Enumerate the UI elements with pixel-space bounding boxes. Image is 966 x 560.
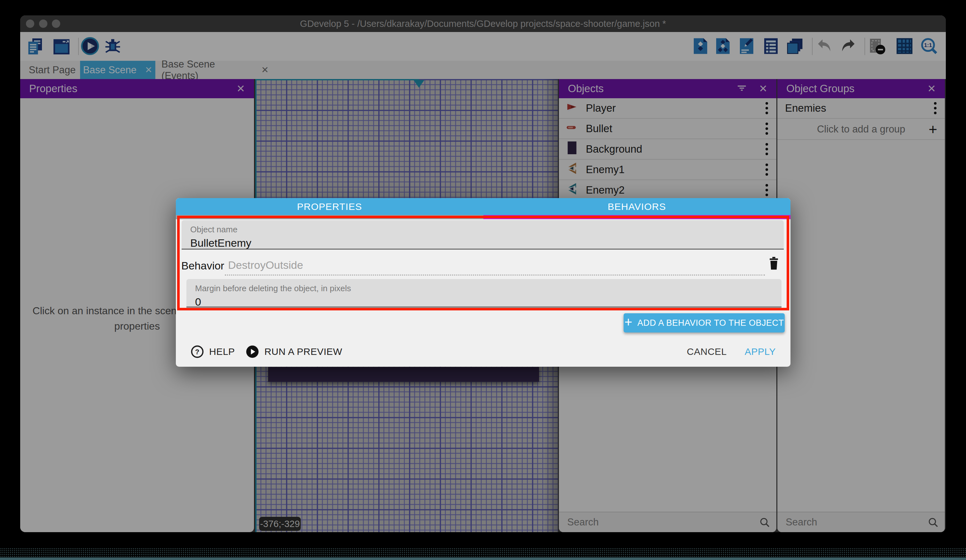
- annotation-red-box: [177, 216, 789, 310]
- dialog-actions: ? HELP RUN A PREVIEW CANCEL APPLY: [176, 342, 790, 361]
- help-circle-icon: ?: [191, 345, 204, 359]
- run-preview-button[interactable]: RUN A PREVIEW: [246, 345, 342, 359]
- dialog-tab-bar: PROPERTIES BEHAVIORS: [176, 198, 790, 215]
- help-button[interactable]: ? HELP: [191, 345, 235, 359]
- dialog-tab-properties[interactable]: PROPERTIES: [176, 198, 483, 215]
- dialog-tab-behaviors[interactable]: BEHAVIORS: [483, 198, 791, 215]
- screenshot-root: GDevelop 5 - /Users/dkarakay/Documents/G…: [0, 0, 966, 560]
- svg-text:?: ?: [195, 348, 200, 356]
- play-circle-icon: [246, 345, 259, 359]
- apply-button[interactable]: APPLY: [745, 346, 776, 357]
- plus-icon: +: [624, 314, 632, 330]
- desktop-texture-line: [0, 557, 966, 560]
- add-behavior-button[interactable]: + ADD A BEHAVIOR TO THE OBJECT: [624, 313, 785, 332]
- cancel-button[interactable]: CANCEL: [687, 346, 727, 357]
